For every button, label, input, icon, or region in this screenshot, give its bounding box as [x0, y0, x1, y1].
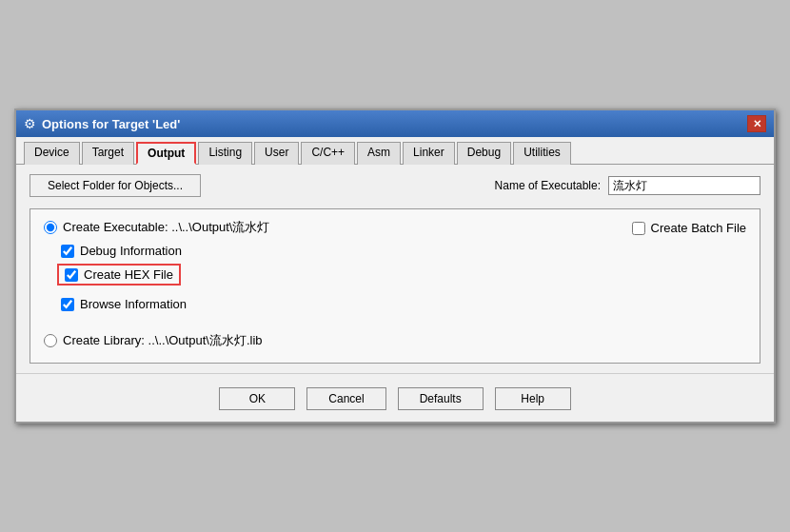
name-exec-input[interactable]: [608, 176, 760, 195]
help-button[interactable]: Help: [495, 387, 571, 410]
batch-file-row: Create Batch File: [632, 221, 746, 235]
tab-cpp[interactable]: C/C++: [301, 142, 355, 165]
window-title: Options for Target 'Led': [42, 117, 180, 131]
content-area: Select Folder for Objects... Name of Exe…: [16, 165, 774, 373]
tab-utilities[interactable]: Utilities: [513, 142, 571, 165]
tab-target[interactable]: Target: [82, 142, 134, 165]
debug-info-label: Debug Information: [80, 244, 182, 258]
browse-info-checkbox[interactable]: [61, 298, 74, 311]
top-row: Select Folder for Objects... Name of Exe…: [30, 174, 760, 197]
browse-info-row: Browse Information: [61, 297, 746, 311]
tab-listing[interactable]: Listing: [198, 142, 252, 165]
defaults-button[interactable]: Defaults: [398, 387, 484, 410]
debug-info-row: Debug Information: [61, 244, 746, 258]
close-button[interactable]: ✕: [747, 115, 766, 132]
titlebar-left: ⚙ Options for Target 'Led': [24, 116, 180, 131]
select-folder-button[interactable]: Select Folder for Objects...: [30, 174, 201, 197]
tab-device[interactable]: Device: [24, 142, 80, 165]
titlebar: ⚙ Options for Target 'Led' ✕: [16, 110, 774, 137]
debug-info-checkbox[interactable]: [61, 245, 74, 258]
create-hex-row: Create HEX File: [57, 264, 181, 286]
create-exec-radio[interactable]: [44, 221, 57, 234]
create-batch-checkbox[interactable]: [632, 222, 645, 235]
app-icon: ⚙: [24, 116, 36, 131]
create-batch-label: Create Batch File: [651, 221, 746, 235]
options-box: Create Batch File Create Executable: ..\…: [30, 208, 760, 364]
tab-asm[interactable]: Asm: [357, 142, 401, 165]
create-hex-label: Create HEX File: [84, 267, 173, 282]
create-exec-label: Create Executable: ..\..\Output\流水灯: [63, 219, 269, 236]
create-lib-label: Create Library: ..\..\Output\流水灯.lib: [63, 332, 263, 349]
main-window: ⚙ Options for Target 'Led' ✕ Device Targ…: [14, 108, 776, 424]
browse-info-label: Browse Information: [80, 297, 187, 311]
name-exec-label: Name of Executable:: [495, 179, 601, 192]
tab-debug[interactable]: Debug: [457, 142, 511, 165]
tab-user[interactable]: User: [254, 142, 299, 165]
ok-button[interactable]: OK: [219, 387, 295, 410]
create-library-row: Create Library: ..\..\Output\流水灯.lib: [44, 332, 746, 349]
tab-output[interactable]: Output: [136, 142, 196, 165]
tab-linker[interactable]: Linker: [403, 142, 455, 165]
create-hex-checkbox[interactable]: [65, 268, 78, 282]
create-lib-radio[interactable]: [44, 334, 57, 347]
cancel-button[interactable]: Cancel: [306, 387, 385, 410]
tabs-bar: Device Target Output Listing User C/C++ …: [16, 137, 774, 165]
bottom-buttons: OK Cancel Defaults Help: [16, 373, 774, 422]
name-exec-row: Name of Executable:: [495, 176, 760, 195]
